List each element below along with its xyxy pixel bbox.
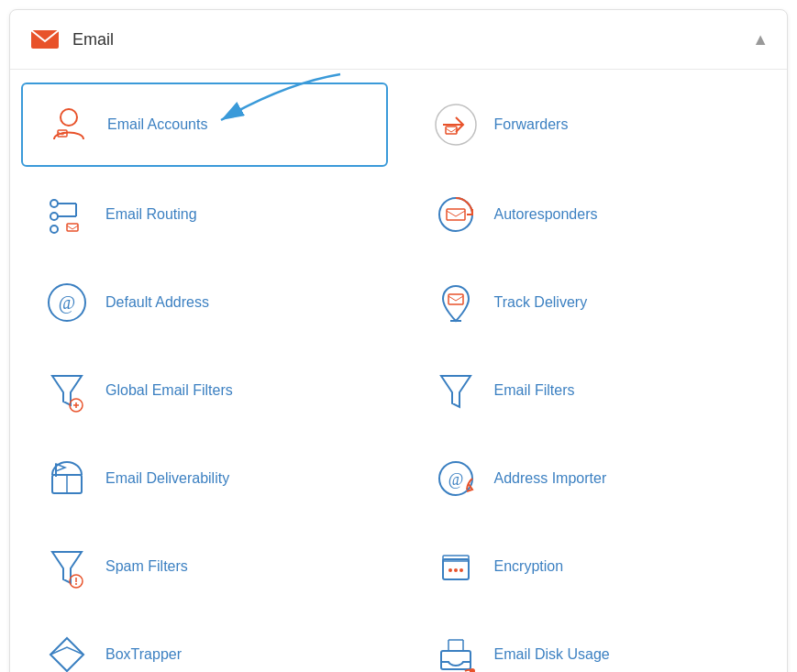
grid-item-boxtrapper[interactable]: BoxTrapper	[21, 614, 388, 672]
svg-point-7	[50, 200, 58, 207]
svg-marker-42	[50, 638, 83, 671]
svg-point-2	[61, 109, 77, 126]
svg-point-39	[454, 568, 458, 572]
svg-marker-25	[441, 376, 470, 407]
svg-point-8	[50, 213, 58, 220]
collapse-button[interactable]: ▲	[752, 30, 769, 50]
svg-text:@: @	[59, 292, 75, 314]
default-address-icon: @	[43, 279, 91, 326]
grid-item-track-delivery[interactable]: Track Delivery	[410, 262, 777, 343]
encryption-icon	[432, 543, 480, 590]
spam-filters-icon	[43, 543, 91, 590]
default-address-label: Default Address	[105, 294, 209, 311]
panel-title: Email	[72, 30, 114, 50]
track-delivery-icon	[432, 279, 480, 326]
svg-marker-29	[56, 464, 65, 471]
email-routing-icon	[43, 191, 91, 238]
email-deliverability-label: Email Deliverability	[105, 470, 229, 487]
address-importer-icon: @	[432, 455, 480, 502]
svg-point-35	[75, 583, 77, 585]
email-routing-label: Email Routing	[105, 206, 197, 223]
svg-text:@: @	[448, 470, 463, 489]
email-accounts-label: Email Accounts	[107, 116, 207, 133]
svg-rect-6	[446, 127, 457, 134]
svg-rect-14	[67, 224, 78, 231]
grid-item-encryption[interactable]: Encryption	[410, 526, 777, 607]
address-importer-label: Address Importer	[494, 470, 607, 487]
email-disk-usage-label: Email Disk Usage	[494, 646, 610, 663]
grid-item-email-routing[interactable]: Email Routing	[21, 174, 388, 255]
global-email-filters-label: Global Email Filters	[105, 382, 233, 399]
svg-rect-19	[448, 294, 463, 304]
grid-item-default-address[interactable]: @ Default Address	[21, 262, 388, 343]
svg-point-40	[459, 568, 463, 572]
email-deliverability-icon	[43, 455, 91, 502]
svg-marker-32	[52, 552, 82, 583]
boxtrapper-label: BoxTrapper	[105, 646, 182, 663]
email-filters-label: Email Filters	[494, 382, 575, 399]
boxtrapper-icon	[43, 631, 91, 672]
spam-filters-label: Spam Filters	[105, 558, 188, 575]
grid-item-email-disk-usage[interactable]: Email Disk Usage	[410, 614, 777, 672]
svg-point-9	[50, 226, 58, 233]
panel-header-left: Email	[28, 23, 114, 56]
panel-header: Email ▲	[10, 10, 787, 70]
track-delivery-label: Track Delivery	[494, 294, 588, 311]
grid-item-autoresponders[interactable]: Autoresponders	[410, 174, 777, 255]
autoresponders-label: Autoresponders	[494, 206, 598, 223]
grid-item-email-deliverability[interactable]: Email Deliverability	[21, 438, 388, 519]
grid-item-email-accounts[interactable]: Email Accounts	[21, 83, 388, 167]
svg-rect-16	[447, 209, 465, 220]
forwarders-label: Forwarders	[494, 116, 569, 133]
grid-item-spam-filters[interactable]: Spam Filters	[21, 526, 388, 607]
email-header-icon	[28, 23, 61, 56]
email-filters-icon	[432, 367, 480, 414]
grid-item-forwarders[interactable]: Forwarders	[410, 83, 777, 167]
email-panel: Email ▲ Email Accounts	[9, 9, 788, 672]
autoresponders-icon	[432, 191, 480, 238]
svg-point-38	[448, 568, 452, 572]
grid-item-address-importer[interactable]: @ Address Importer	[410, 438, 777, 519]
global-email-filters-icon	[43, 367, 91, 414]
forwarders-icon	[432, 101, 480, 149]
items-grid: Email Accounts Forwarders	[10, 70, 787, 672]
grid-item-email-filters[interactable]: Email Filters	[410, 350, 777, 431]
encryption-label: Encryption	[494, 558, 564, 575]
grid-item-global-email-filters[interactable]: Global Email Filters	[21, 350, 388, 431]
email-disk-usage-icon	[432, 631, 480, 672]
email-accounts-icon	[45, 101, 93, 149]
svg-marker-21	[52, 376, 82, 405]
